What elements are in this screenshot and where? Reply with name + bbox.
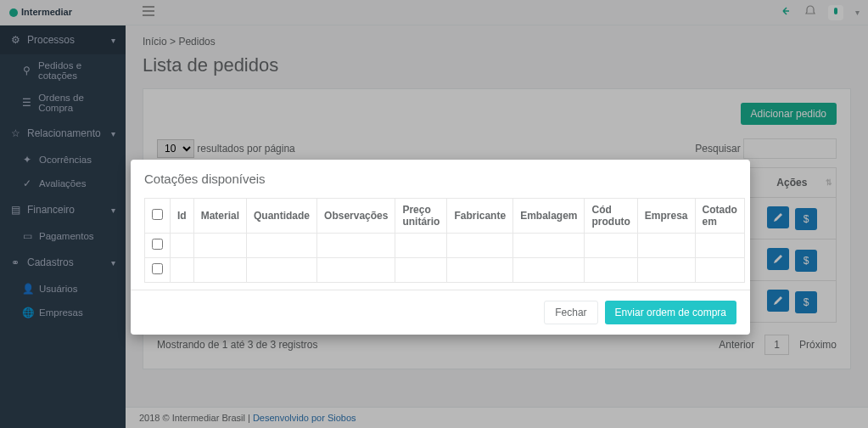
- col-id: Id: [171, 199, 194, 234]
- col-fabricante: Fabricante: [447, 199, 513, 234]
- col-codproduto: Cód produto: [585, 199, 637, 234]
- quotes-table: Id Material Quantidade Observações Preço…: [144, 198, 745, 283]
- col-quantidade: Quantidade: [247, 199, 317, 234]
- send-order-button[interactable]: Enviar ordem de compra: [605, 301, 736, 324]
- table-row: [145, 234, 745, 258]
- col-preco: Preço unitário: [395, 199, 447, 234]
- col-material: Material: [193, 199, 246, 234]
- col-cotadoem: Cotado em: [695, 199, 744, 234]
- select-all-checkbox[interactable]: [152, 209, 163, 220]
- row-checkbox[interactable]: [152, 263, 163, 274]
- table-row: [145, 258, 745, 283]
- col-empresa: Empresa: [637, 199, 695, 234]
- close-button[interactable]: Fechar: [544, 301, 597, 324]
- row-checkbox[interactable]: [152, 239, 163, 250]
- col-embalagem: Embalagem: [513, 199, 585, 234]
- modal-title: Cotações disponíveis: [131, 160, 750, 198]
- quotes-modal: Cotações disponíveis Id Material Quantid…: [131, 160, 750, 335]
- col-observacoes: Observações: [317, 199, 395, 234]
